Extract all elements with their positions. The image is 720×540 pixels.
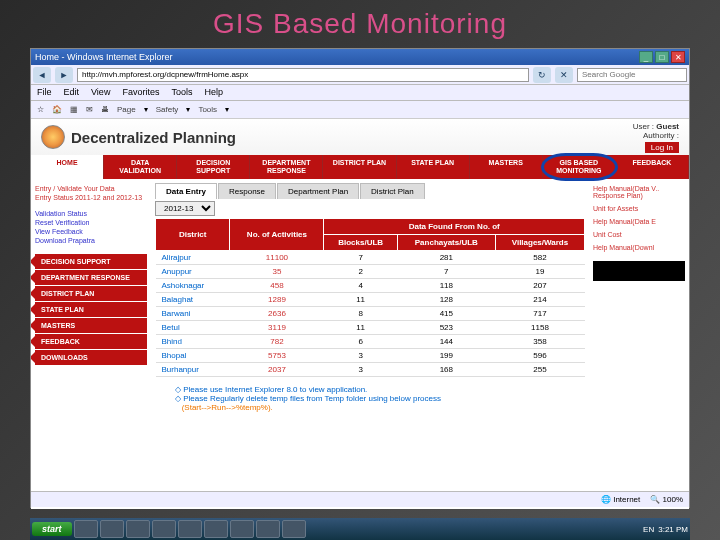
cell-district[interactable]: Alirajpur: [156, 251, 230, 265]
left-column: Entry / Validate Your Data Entry Status …: [31, 179, 151, 509]
note2: Please Regularly delete temp files from …: [183, 394, 441, 403]
favorites-icon[interactable]: ☆: [37, 105, 44, 114]
rl-unit-assets[interactable]: Unit for Assets: [593, 205, 685, 212]
link-entry[interactable]: Entry / Validate Your Data: [35, 185, 147, 192]
nav-decision[interactable]: DECISION SUPPORT: [177, 155, 250, 179]
system-tray[interactable]: EN3:21 PM: [643, 525, 688, 534]
back-button[interactable]: ◄: [33, 67, 51, 83]
tab-data-entry[interactable]: Data Entry: [155, 183, 217, 199]
url-input[interactable]: [77, 68, 529, 82]
table-row: Alirajpur111007281582: [156, 251, 585, 265]
sn-district[interactable]: DISTRICT PLAN: [35, 286, 147, 301]
menu-help[interactable]: Help: [204, 87, 223, 98]
th-panchayats: Panchayats/ULB: [397, 235, 495, 251]
cell-district[interactable]: Bhopal: [156, 349, 230, 363]
cell-blocks: 8: [324, 307, 397, 321]
nav-home[interactable]: HOME: [31, 155, 104, 179]
address-bar-row: ◄ ► ↻ ✕: [31, 65, 689, 85]
table-row: Betul3119115231158: [156, 321, 585, 335]
cell-activities: 2636: [230, 307, 324, 321]
start-button[interactable]: start: [32, 522, 72, 536]
refresh-button[interactable]: ↻: [533, 67, 551, 83]
status-zoom[interactable]: 🔍 100%: [650, 495, 683, 504]
maximize-button[interactable]: □: [655, 51, 669, 63]
data-table: DistrictNo. of ActivitiesData Found From…: [155, 218, 585, 377]
rl-unit-cost[interactable]: Unit Cost: [593, 231, 685, 238]
tb-tools[interactable]: Tools: [198, 105, 217, 114]
minimize-button[interactable]: _: [639, 51, 653, 63]
task-item[interactable]: [178, 520, 202, 538]
sn-feedback[interactable]: FEEDBACK: [35, 334, 147, 349]
content-tabs: Data Entry Response Department Plan Dist…: [155, 183, 585, 199]
toolbar: ☆ 🏠 ▦ ✉ 🖶 Page▾ Safety▾ Tools▾: [31, 101, 689, 119]
cell-panchayats: 118: [397, 279, 495, 293]
forward-button[interactable]: ►: [55, 67, 73, 83]
tb-page[interactable]: Page: [117, 105, 136, 114]
task-item[interactable]: [230, 520, 254, 538]
sn-dept[interactable]: DEPARTMENT RESPONSE: [35, 270, 147, 285]
cell-activities: 1289: [230, 293, 324, 307]
nav-data[interactable]: DATA VALIDATION: [104, 155, 177, 179]
cell-activities: 3119: [230, 321, 324, 335]
cell-district[interactable]: Betul: [156, 321, 230, 335]
menu-tools[interactable]: Tools: [171, 87, 192, 98]
login-button[interactable]: Log In: [645, 142, 679, 153]
task-item[interactable]: [126, 520, 150, 538]
tb-feeds[interactable]: ▦: [70, 105, 78, 114]
cell-district[interactable]: Barwani: [156, 307, 230, 321]
window-title: Home - Windows Internet Explorer: [35, 52, 173, 62]
cell-district[interactable]: Ashoknagar: [156, 279, 230, 293]
tab-dist-plan[interactable]: District Plan: [360, 183, 425, 199]
cell-panchayats: 281: [397, 251, 495, 265]
menu-view[interactable]: View: [91, 87, 110, 98]
tab-response[interactable]: Response: [218, 183, 276, 199]
menu-edit[interactable]: Edit: [64, 87, 80, 98]
task-item[interactable]: [74, 520, 98, 538]
nav-dept[interactable]: DEPARTMENT RESPONSE: [250, 155, 323, 179]
notes: ◇ Please use Internet Explorer 8.0 to vi…: [155, 385, 585, 412]
table-row: Balaghat128911128214: [156, 293, 585, 307]
nav-gis[interactable]: GIS BASED MONITORING: [543, 155, 616, 179]
stop-button[interactable]: ✕: [555, 67, 573, 83]
nav-state[interactable]: STATE PLAN: [397, 155, 470, 179]
sn-downloads[interactable]: DOWNLOADS: [35, 350, 147, 365]
tb-home[interactable]: 🏠: [52, 105, 62, 114]
tb-safety[interactable]: Safety: [156, 105, 179, 114]
menu-favorites[interactable]: Favorites: [122, 87, 159, 98]
task-item[interactable]: [256, 520, 280, 538]
link-validation[interactable]: Validation Status: [35, 210, 147, 217]
cell-blocks: 6: [324, 335, 397, 349]
cell-villages: 19: [495, 265, 584, 279]
link-download[interactable]: Download Prapatra: [35, 237, 147, 244]
cell-district[interactable]: Balaghat: [156, 293, 230, 307]
cell-district[interactable]: Anuppur: [156, 265, 230, 279]
task-item[interactable]: [152, 520, 176, 538]
link-status[interactable]: Entry Status 2011-12 and 2012-13: [35, 194, 147, 201]
link-feedback[interactable]: View Feedback: [35, 228, 147, 235]
link-reset[interactable]: Reset Verification: [35, 219, 147, 226]
nav-masters[interactable]: MASTERS: [470, 155, 543, 179]
rl-help2[interactable]: Help Manual(Data E: [593, 218, 685, 225]
menu-file[interactable]: File: [37, 87, 52, 98]
sn-state[interactable]: STATE PLAN: [35, 302, 147, 317]
tab-dept-plan[interactable]: Department Plan: [277, 183, 359, 199]
main-nav: HOME DATA VALIDATION DECISION SUPPORT DE…: [31, 155, 689, 179]
tb-mail[interactable]: ✉: [86, 105, 93, 114]
cell-villages: 717: [495, 307, 584, 321]
tb-print[interactable]: 🖶: [101, 105, 109, 114]
rl-help3[interactable]: Help Manual(Downl: [593, 244, 685, 251]
year-select[interactable]: 2012-13: [155, 201, 215, 216]
nav-district[interactable]: DISTRICT PLAN: [323, 155, 396, 179]
task-item[interactable]: [204, 520, 228, 538]
cell-district[interactable]: Burhanpur: [156, 363, 230, 377]
task-item[interactable]: [282, 520, 306, 538]
cell-district[interactable]: Bhind: [156, 335, 230, 349]
nav-feedback[interactable]: FEEDBACK: [616, 155, 689, 179]
task-item[interactable]: [100, 520, 124, 538]
close-button[interactable]: ✕: [671, 51, 685, 63]
auth-label: Authority :: [643, 131, 679, 140]
sn-masters[interactable]: MASTERS: [35, 318, 147, 333]
rl-help1[interactable]: Help Manual(Data V.. Response Plan): [593, 185, 685, 199]
search-input[interactable]: [577, 68, 687, 82]
sn-decision[interactable]: DECISION SUPPORT: [35, 254, 147, 269]
